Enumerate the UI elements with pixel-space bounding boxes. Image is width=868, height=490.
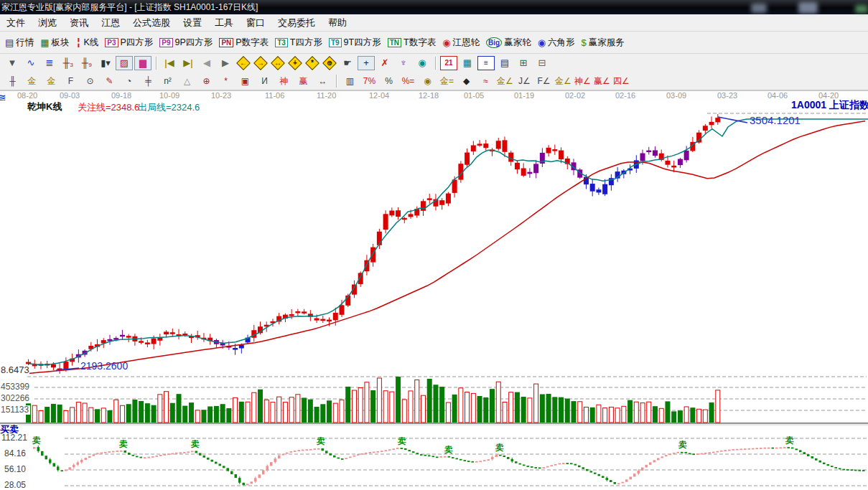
circle-ruler-icon[interactable]: ◔ xyxy=(120,73,138,89)
diamond-left-icon[interactable]: ← xyxy=(236,56,251,70)
chart-area[interactable]: 乾坤K线 关注线=2348.6 出局线=2324.6 1A0001 上证指数 3… xyxy=(0,100,868,490)
calendar-icon[interactable]: 21 xyxy=(440,56,457,70)
date-tick: 02-02 xyxy=(565,91,585,100)
toolbar-hexagon[interactable]: ◉六角形 xyxy=(535,35,579,50)
spiral-ruler-icon[interactable]: ⊙ xyxy=(81,73,99,89)
gold-angle-a-icon[interactable]: 金∠ xyxy=(496,73,514,89)
crosshair-tool-icon[interactable]: + xyxy=(358,56,375,70)
goto-last-icon[interactable]: ▶| xyxy=(179,56,197,70)
percent-icon[interactable]: % xyxy=(380,73,398,89)
kline-3-icon[interactable]: ╫₃ xyxy=(60,56,77,70)
wave-mark-icon[interactable]: И xyxy=(256,73,274,89)
toolbar-sectors[interactable]: ▦板块 xyxy=(37,35,73,50)
cloud-tool-icon[interactable]: ◉ xyxy=(414,56,431,70)
sell-signal-marker: 卖 xyxy=(495,442,504,454)
shen-angle-icon[interactable]: 神∠ xyxy=(574,73,592,89)
calculator-icon[interactable]: ▦ xyxy=(459,56,476,70)
fib-ruler-icon[interactable]: F xyxy=(62,73,80,89)
gold-circle-icon[interactable]: ◉ xyxy=(419,73,437,89)
window-titlebar: 家江恩专业版[赢家内部服务平台] - [上证指数 SH1A0001-167日K线… xyxy=(0,0,868,14)
time-ruler-icon[interactable]: ╫ xyxy=(4,73,22,89)
menu-item-3[interactable]: 江恩 xyxy=(95,17,126,29)
toolbar-9t-square[interactable]: T99T四方形 xyxy=(326,35,385,50)
chart-dropdown-icon[interactable]: ▼ xyxy=(4,56,21,70)
ying-tool-icon[interactable]: 赢 xyxy=(294,73,312,89)
erase-tool-icon[interactable]: ✗ xyxy=(376,56,393,70)
winner-service-icon: $ xyxy=(581,38,586,47)
toolbar-gann-wheel[interactable]: ◉江恩轮 xyxy=(439,35,483,50)
gann-shape-tool-icon[interactable]: ♆ xyxy=(395,56,412,70)
j-angle-icon[interactable]: J∠ xyxy=(515,73,533,89)
toolbar-winner-service[interactable]: $赢家服务 xyxy=(578,35,627,50)
gold-ruler-b-icon[interactable]: 金 xyxy=(42,73,60,89)
flag-tool-icon[interactable]: ◆ xyxy=(457,73,475,89)
histogram-tool-icon[interactable]: ▆ xyxy=(134,56,151,70)
toolbar-p-number-table[interactable]: PNP数字表 xyxy=(216,35,272,50)
toolbar-t-square[interactable]: T3T四方形 xyxy=(272,35,326,50)
ying-angle-icon[interactable]: 赢∠ xyxy=(593,73,611,89)
goto-first-icon[interactable]: |◀ xyxy=(161,56,178,70)
diamond-compress-icon[interactable]: + xyxy=(288,56,302,70)
pattern-tool-icon[interactable]: ▨ xyxy=(116,56,133,70)
ray-burst-icon[interactable]: * xyxy=(217,73,235,89)
price-axis-label: 8.6473 xyxy=(1,365,29,375)
candle-style-icon[interactable]: ▮▾ xyxy=(97,56,114,70)
grid-box-icon[interactable]: ▣ xyxy=(236,73,254,89)
menu-item-1[interactable]: 浏览 xyxy=(32,17,63,29)
menu-item-5[interactable]: 设置 xyxy=(177,17,208,29)
toolbar-winner-wheel[interactable]: Big赢家轮 xyxy=(483,35,535,50)
indicator-name: 乾坤K线 xyxy=(27,102,62,112)
percent-line-icon[interactable]: %= xyxy=(399,73,417,89)
winner-service-label: 赢家服务 xyxy=(589,37,625,49)
toolbar-quote[interactable]: ▤行情 xyxy=(2,35,37,50)
page-prev-icon[interactable]: ◀ xyxy=(198,56,215,70)
menu-item-4[interactable]: 公式选股 xyxy=(126,17,177,29)
four-angle-icon[interactable]: 四∠ xyxy=(612,73,630,89)
diamond-center-icon[interactable]: ⊕ xyxy=(322,56,337,70)
brush-tool-icon[interactable]: ✎ xyxy=(101,73,118,89)
toolbar-t-number-table[interactable]: TNT数字表 xyxy=(385,35,439,50)
target-cross-icon[interactable]: ⊕ xyxy=(197,73,215,89)
diamond-right-icon[interactable]: → xyxy=(253,56,268,70)
toolbar-kline[interactable]: ╏K线 xyxy=(73,35,103,50)
print-icon[interactable]: ⊟ xyxy=(533,56,551,70)
toolbar-9p-square[interactable]: P99P四方形 xyxy=(157,35,216,50)
menu-item-9[interactable]: 帮助 xyxy=(322,17,353,29)
shen-tool-icon[interactable]: 神 xyxy=(275,73,293,89)
measure-panel-icon[interactable]: ▥ xyxy=(341,73,359,89)
pan-hand-icon[interactable]: ☛ xyxy=(339,56,356,70)
sell-signal-marker: 卖 xyxy=(191,438,200,451)
span-ruler-icon[interactable]: ↔ xyxy=(314,73,332,89)
info-panel-icon[interactable]: ≣ xyxy=(41,56,58,70)
date-tick: 11-20 xyxy=(317,91,336,100)
gold-ruler-a-icon[interactable]: 金 xyxy=(23,73,41,89)
diamond-star-icon[interactable]: * xyxy=(305,56,319,70)
titlebar-artifact xyxy=(855,5,868,13)
web-export-icon[interactable]: ⊞ xyxy=(515,56,532,70)
gold-line-icon[interactable]: 金= xyxy=(438,73,456,89)
toolbar-p-square[interactable]: P3P四方形 xyxy=(102,35,157,50)
f-angle-icon[interactable]: F∠ xyxy=(535,73,553,89)
menu-item-6[interactable]: 工具 xyxy=(208,17,240,29)
n-square-icon[interactable]: n² xyxy=(159,73,177,89)
sell-signal-marker: 卖 xyxy=(678,439,687,451)
mirror-angle-icon[interactable]: △ xyxy=(178,73,196,89)
gold-angle-b-icon[interactable]: 金∠ xyxy=(554,73,572,89)
save-icon[interactable]: ▤ xyxy=(496,56,513,70)
zigzag-tool-icon[interactable]: ∿ xyxy=(22,56,39,70)
kline-9-icon[interactable]: ╫₉ xyxy=(78,56,95,70)
wave-angle-icon[interactable]: ≈ xyxy=(477,73,495,89)
date-tick: 01-05 xyxy=(464,91,484,100)
menu-item-8[interactable]: 交易委托 xyxy=(271,17,322,29)
menu-item-2[interactable]: 资讯 xyxy=(63,17,95,29)
menu-item-7[interactable]: 窗口 xyxy=(240,17,271,29)
menu-item-0[interactable]: 文件 xyxy=(0,17,32,29)
seven-percent-icon[interactable]: 7% xyxy=(360,73,378,89)
page-next-icon[interactable]: ▶ xyxy=(217,56,234,70)
kline-chart-canvas[interactable] xyxy=(0,100,868,490)
tally-ruler-icon[interactable]: ╪ xyxy=(139,73,157,89)
date-tick: 01-19 xyxy=(514,91,534,100)
p-number-table-icon: PN xyxy=(219,38,233,47)
diamond-expand-icon[interactable]: ↔ xyxy=(271,56,285,70)
notes-icon[interactable]: ≡ xyxy=(477,56,495,70)
